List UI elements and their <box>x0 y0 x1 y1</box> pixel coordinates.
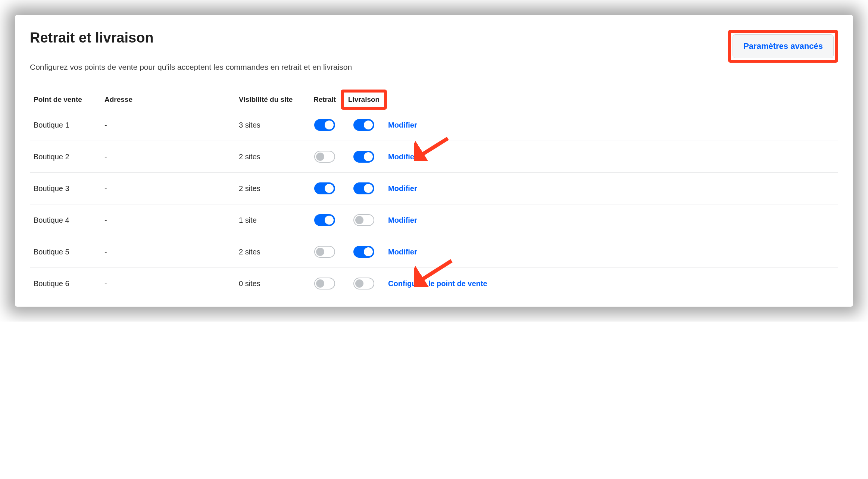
cell-address: - <box>101 173 235 204</box>
delivery-header-highlight: Livraison <box>341 90 387 110</box>
col-header-address: Adresse <box>101 90 235 109</box>
pickup-toggle[interactable] <box>314 214 335 226</box>
pickup-toggle[interactable] <box>314 278 335 289</box>
modify-link[interactable]: Modifier <box>388 248 417 256</box>
col-header-delivery-wrap: Livraison <box>343 90 384 109</box>
delivery-toggle[interactable] <box>353 246 374 258</box>
cell-pos-name: Boutique 3 <box>30 173 101 204</box>
pickup-toggle[interactable] <box>314 182 335 194</box>
cell-visibility: 0 sites <box>235 268 306 300</box>
table-row: Boutique 2-2 sitesModifier <box>30 141 838 173</box>
cell-pos-name: Boutique 5 <box>30 236 101 268</box>
cell-address: - <box>101 109 235 141</box>
cell-address: - <box>101 236 235 268</box>
cell-visibility: 2 sites <box>235 141 306 173</box>
modify-link[interactable]: Modifier <box>388 216 417 224</box>
col-header-visibility: Visibilité du site <box>235 90 306 109</box>
delivery-toggle[interactable] <box>353 182 374 194</box>
cell-visibility: 1 site <box>235 204 306 236</box>
pickup-toggle[interactable] <box>314 119 335 131</box>
delivery-toggle[interactable] <box>353 151 374 163</box>
col-header-pickup: Retrait <box>306 90 343 109</box>
page-subtitle: Configurez vos points de vente pour qu'i… <box>30 63 838 72</box>
col-header-action <box>384 90 838 109</box>
cell-address: - <box>101 204 235 236</box>
cell-visibility: 3 sites <box>235 109 306 141</box>
pickup-toggle[interactable] <box>314 246 335 258</box>
table-row: Boutique 1-3 sitesModifier <box>30 109 838 141</box>
cell-visibility: 2 sites <box>235 173 306 204</box>
table-row: Boutique 4-1 siteModifier <box>30 204 838 236</box>
table-row: Boutique 3-2 sitesModifier <box>30 173 838 204</box>
delivery-toggle[interactable] <box>353 278 374 289</box>
cell-pos-name: Boutique 2 <box>30 141 101 173</box>
advanced-button-highlight: Paramètres avancés <box>728 30 838 63</box>
configure-link[interactable]: Configurer le point de vente <box>388 279 487 288</box>
advanced-settings-button[interactable]: Paramètres avancés <box>733 34 834 58</box>
locations-table: Point de vente Adresse Visibilité du sit… <box>30 90 838 299</box>
cell-address: - <box>101 141 235 173</box>
table-row: Boutique 6-0 sitesConfigurer le point de… <box>30 268 838 300</box>
cell-pos-name: Boutique 1 <box>30 109 101 141</box>
modify-link[interactable]: Modifier <box>388 184 417 192</box>
table-row: Boutique 5-2 sitesModifier <box>30 236 838 268</box>
delivery-toggle[interactable] <box>353 119 374 131</box>
pickup-toggle[interactable] <box>314 151 335 163</box>
modify-link[interactable]: Modifier <box>388 153 417 161</box>
cell-pos-name: Boutique 6 <box>30 268 101 300</box>
page-title: Retrait et livraison <box>30 30 154 46</box>
modify-link[interactable]: Modifier <box>388 121 417 129</box>
settings-card: Retrait et livraison Paramètres avancés … <box>15 15 853 307</box>
col-header-pos: Point de vente <box>30 90 101 109</box>
col-header-delivery: Livraison <box>348 96 380 103</box>
cell-pos-name: Boutique 4 <box>30 204 101 236</box>
cell-address: - <box>101 268 235 300</box>
cell-visibility: 2 sites <box>235 236 306 268</box>
delivery-toggle[interactable] <box>353 214 374 226</box>
